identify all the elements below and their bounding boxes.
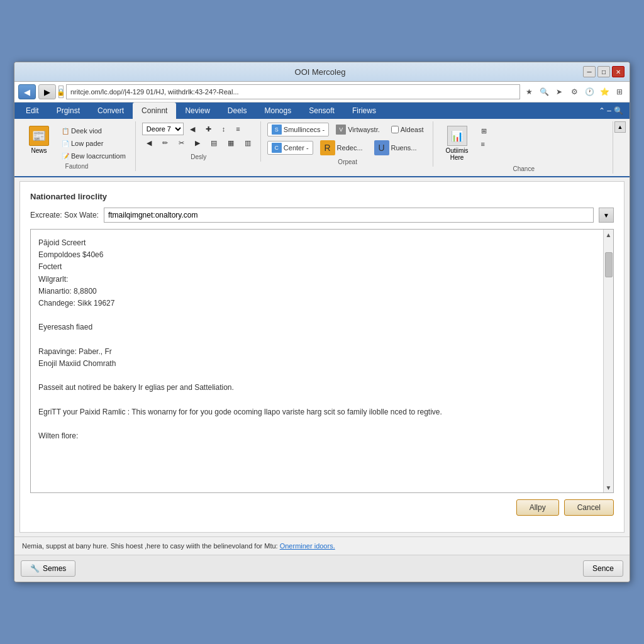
vert-arrow-btn[interactable]: ↕	[218, 123, 230, 135]
ribbon-tabs: Edit Prginst Convert Coninnt Neview Deel…	[14, 103, 630, 119]
text-line-8: Rapavinge: Paber., Fr	[38, 346, 596, 358]
bottom-bar: 🔧 Semes Sence	[14, 555, 630, 582]
text-line-5: Mianartio: 8,8800	[38, 286, 596, 297]
bew-loacrcuntiom-button[interactable]: 📝 Bew loacrcuntiom	[57, 150, 130, 162]
low-pader-button[interactable]: 📄 Low pader	[57, 138, 130, 149]
back-format-btn[interactable]: ◀	[142, 137, 156, 149]
aldeast-checkbox[interactable]	[391, 126, 399, 133]
excreate-input[interactable]	[104, 208, 594, 223]
tab-coninnt[interactable]: Coninnt	[133, 103, 176, 119]
virtwaystr-icon: V	[336, 125, 346, 135]
content-area: Nationarted liroclity Excreate: Sox Wate…	[19, 181, 625, 533]
window-title: OOI Mercoleg	[57, 67, 583, 77]
button-row: Allpy Cancel	[30, 499, 614, 516]
outiimis-icon: 📊	[447, 126, 467, 146]
ribbon-search-btn[interactable]: 🔍	[614, 106, 623, 115]
forward-button[interactable]: ▶	[38, 84, 56, 99]
scroll-down-btn[interactable]: ▼	[605, 482, 613, 492]
semes-icon: 🔧	[30, 564, 40, 573]
text-line-10: Passeit aut notired be bakery Ir eglias …	[38, 382, 596, 394]
text-line-12: Wilten flore:	[38, 430, 596, 442]
cancel-button[interactable]: Cancel	[564, 499, 614, 516]
status-text: Nemia, suppst at bany hure. Shis hoest ,…	[22, 542, 278, 550]
scroll-up-btn[interactable]: ▲	[605, 230, 613, 240]
tab-convert[interactable]: Convert	[89, 103, 133, 119]
text-line-3: Foctert	[38, 261, 596, 273]
tab-neview[interactable]: Neview	[176, 103, 218, 119]
deek-viod-button[interactable]: 📋 Deek viod	[57, 125, 130, 136]
pencil-btn[interactable]: ✏	[158, 137, 172, 149]
excreate-row: Excreate: Sox Wate: ▼	[30, 208, 614, 223]
minimize-button[interactable]: ─	[583, 66, 596, 77]
news-big-button[interactable]: 📰 News	[23, 123, 55, 157]
list-btn[interactable]: ≡	[231, 123, 244, 135]
text-line-blank4	[38, 394, 596, 406]
aldeast-btn[interactable]: Aldeast	[387, 124, 428, 135]
ribbon-group-orpeat: S Smullincecs - V Virtwaystr. Aldeast C	[262, 121, 434, 167]
tab-monogs[interactable]: Monogs	[256, 103, 301, 119]
text-line-11: EgriTT your Paixid Ramlic : This wonarny…	[38, 406, 596, 418]
tab-edit[interactable]: Edit	[17, 103, 48, 119]
excreate-dropdown-btn[interactable]: ▼	[599, 208, 614, 223]
ribbon-collapse-btn[interactable]: ⌃ –	[599, 106, 611, 115]
semes-button[interactable]: 🔧 Semes	[21, 560, 75, 577]
scrollbar[interactable]: ▲ ▼	[603, 230, 613, 492]
maximize-button[interactable]: □	[597, 66, 610, 77]
arrow-left-btn[interactable]: ◀	[186, 123, 199, 135]
nav-arrow-icon[interactable]: ➤	[553, 86, 565, 98]
text-line-1: Pājoid Screert	[38, 237, 596, 249]
redec-btn[interactable]: R Redec...	[316, 138, 367, 157]
tab-sensoft[interactable]: Sensoft	[300, 103, 343, 119]
section-title: Nationarted liroclity	[30, 192, 614, 201]
ruens-btn[interactable]: U Ruens...	[370, 138, 421, 157]
ribbon-group-fautond: 📰 News 📋 Deek viod 📄 Low pader	[18, 121, 136, 171]
excreate-label: Excreate: Sox Wate:	[30, 211, 99, 219]
eraser-btn[interactable]: ✂	[174, 137, 189, 149]
security-icon: 🔒	[58, 86, 64, 98]
scroll-thumb[interactable]	[605, 252, 613, 277]
close-button[interactable]: ✕	[612, 66, 625, 77]
outiimis-here-button[interactable]: 📊 Outiimis Here	[440, 123, 474, 164]
grid-icon[interactable]: ⊞	[613, 86, 626, 98]
bookmark-icon[interactable]: ⭐	[598, 86, 611, 98]
text-line-blank2	[38, 334, 596, 346]
status-bar: Nemia, suppst at bany hure. Shis hoest ,…	[14, 536, 630, 555]
tab-prginst[interactable]: Prginst	[48, 103, 89, 119]
font-select[interactable]: Deore 7	[142, 123, 184, 135]
smullincecs-icon: S	[272, 125, 282, 135]
text-line-7: Eyeresash fiaed	[38, 321, 596, 333]
align-center-btn[interactable]: ▦	[223, 137, 238, 149]
ribbon-collapse-right-btn[interactable]: ▲	[614, 121, 626, 133]
smullincecs-btn[interactable]: S Smullincecs -	[267, 123, 329, 136]
address-bar: ◀ ▶ 🔒 ★ 🔍 ➤ ⚙ 🕐 ⭐ ⊞	[14, 82, 630, 103]
extra-btn-1[interactable]: ⊞	[477, 125, 491, 137]
search-icon[interactable]: 🔍	[538, 86, 550, 98]
text-line-blank1	[38, 309, 596, 321]
text-line-blank3	[38, 370, 596, 382]
extra-btn-2[interactable]: ≡	[477, 138, 491, 150]
cross-btn[interactable]: ✚	[201, 123, 216, 135]
back-button[interactable]: ◀	[18, 84, 36, 99]
tab-deels[interactable]: Deels	[219, 103, 256, 119]
tools-icon[interactable]: ⚙	[568, 86, 580, 98]
arrow-right-fmt-btn[interactable]: ▶	[191, 137, 204, 149]
text-line-blank5	[38, 418, 596, 430]
clock-icon[interactable]: 🕐	[583, 86, 596, 98]
align-right-btn[interactable]: ▥	[240, 137, 255, 149]
center-btn[interactable]: C Center -	[267, 141, 313, 155]
text-line-9: Enojil Maxiid Chomrath	[38, 358, 596, 370]
text-content: Pājoid Screert Eompoldoes $40e6 Foctert …	[31, 230, 603, 492]
redec-icon: R	[320, 140, 335, 155]
star-icon[interactable]: ★	[523, 86, 535, 98]
ribbon-group-chance: 📊 Outiimis Here ⊞ ≡ Chance	[435, 121, 613, 174]
ribbon: Edit Prginst Convert Coninnt Neview Deel…	[14, 103, 630, 177]
address-icons: ★ 🔍 ➤ ⚙ 🕐 ⭐ ⊞	[523, 86, 626, 98]
align-left-btn[interactable]: ▤	[206, 137, 221, 149]
sence-button[interactable]: Sence	[583, 560, 623, 577]
address-input[interactable]	[66, 84, 520, 99]
text-line-4: Wilgrarlt:	[38, 274, 596, 286]
status-link[interactable]: Onerminer idoors.	[280, 542, 335, 550]
tab-firiews[interactable]: Firiews	[343, 103, 385, 119]
apply-button[interactable]: Allpy	[516, 499, 559, 516]
virtwaystr-btn[interactable]: V Virtwaystr.	[331, 123, 384, 136]
